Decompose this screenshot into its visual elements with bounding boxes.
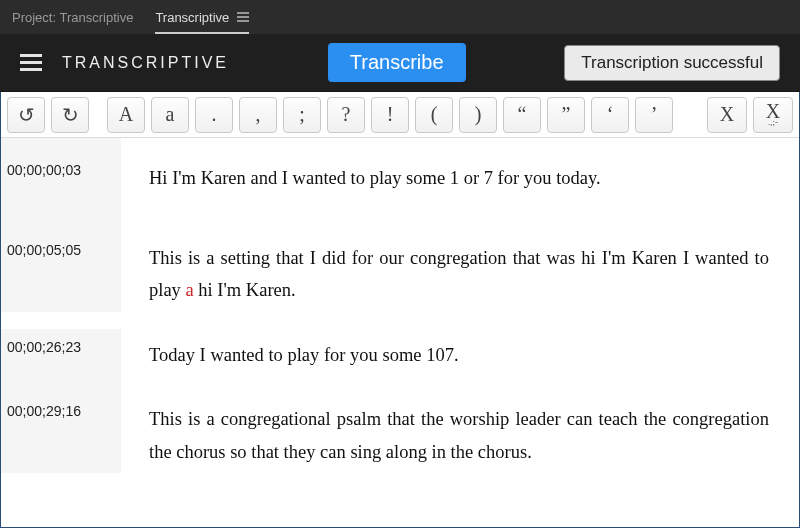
editor-toolbar: ↺ ↻ A a . , ; ? ! ( ) “ ” ‘ ’ X X .,;- — [1, 92, 799, 138]
question-button[interactable]: ? — [327, 97, 365, 133]
right-double-quote-button[interactable]: ” — [547, 97, 585, 133]
clear-button[interactable]: X — [707, 97, 747, 133]
project-topbar: Project: Transcriptive Transcriptive — [0, 0, 800, 34]
exclaim-button[interactable]: ! — [371, 97, 409, 133]
status-badge: Transcription successful — [564, 45, 780, 81]
transcript-body: 00;00;00;03 Hi I'm Karen and I wanted to… — [1, 138, 799, 490]
svg-rect-5 — [20, 68, 42, 71]
clear-punctuation-button[interactable]: X .,;- — [753, 97, 793, 133]
menu-button[interactable] — [18, 50, 44, 76]
right-single-quote-button[interactable]: ’ — [635, 97, 673, 133]
undo-button[interactable]: ↺ — [7, 97, 45, 133]
comma-button[interactable]: , — [239, 97, 277, 133]
timecode[interactable]: 00;00;29;16 — [1, 393, 121, 473]
transcript-row: 00;00;05;05 This is a setting that I did… — [1, 232, 799, 329]
editor-panel: ↺ ↻ A a . , ; ? ! ( ) “ ” ‘ ’ X X .,;- 0… — [0, 92, 800, 528]
transcript-text[interactable]: This is a setting that I did for our con… — [121, 232, 799, 329]
svg-rect-3 — [20, 54, 42, 57]
project-label: Project: Transcriptive — [12, 10, 133, 25]
transcript-row: 00;00;29;16 This is a congregational psa… — [1, 393, 799, 490]
clear-punct-sub: .,;- — [768, 118, 778, 126]
redo-button[interactable]: ↻ — [51, 97, 89, 133]
lparen-button[interactable]: ( — [415, 97, 453, 133]
svg-rect-4 — [20, 61, 42, 64]
rparen-button[interactable]: ) — [459, 97, 497, 133]
app-header: TRANSCRIPTIVE Transcribe Transcription s… — [0, 34, 800, 92]
left-double-quote-button[interactable]: “ — [503, 97, 541, 133]
timecode[interactable]: 00;00;05;05 — [1, 232, 121, 312]
uppercase-button[interactable]: A — [107, 97, 145, 133]
transcript-text[interactable]: Today I wanted to play for you some 107. — [121, 329, 799, 393]
tab-transcriptive[interactable]: Transcriptive — [155, 0, 249, 34]
transcribe-button[interactable]: Transcribe — [328, 43, 466, 82]
tab-menu-icon — [237, 12, 249, 22]
transcript-text[interactable]: This is a congregational psalm that the … — [121, 393, 799, 490]
hamburger-icon — [20, 54, 42, 72]
transcript-row: 00;00;00;03 Hi I'm Karen and I wanted to… — [1, 152, 799, 232]
semicolon-button[interactable]: ; — [283, 97, 321, 133]
transcript-text[interactable]: Hi I'm Karen and I wanted to play some 1… — [121, 152, 799, 216]
lowercase-button[interactable]: a — [151, 97, 189, 133]
period-button[interactable]: . — [195, 97, 233, 133]
timecode[interactable]: 00;00;00;03 — [1, 152, 121, 232]
left-single-quote-button[interactable]: ‘ — [591, 97, 629, 133]
clear-punct-top: X — [766, 104, 780, 118]
timecode[interactable]: 00;00;26;23 — [1, 329, 121, 393]
app-title: TRANSCRIPTIVE — [62, 54, 229, 72]
transcript-row: 00;00;26;23 Today I wanted to play for y… — [1, 329, 799, 393]
tab-label: Transcriptive — [155, 10, 229, 25]
